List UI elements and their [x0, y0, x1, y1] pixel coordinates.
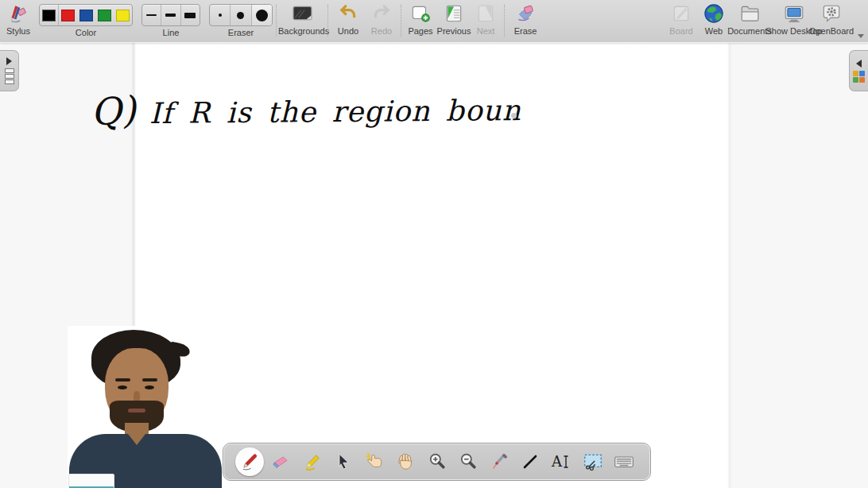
eraser-large-option[interactable] [251, 5, 272, 25]
capture-tool-button[interactable] [578, 447, 608, 477]
selector-tool-button[interactable] [328, 447, 358, 477]
backgrounds-label: Backgrounds [278, 26, 327, 36]
erase-label: Erase [507, 26, 544, 36]
redo-label: Redo [364, 26, 399, 36]
eraser-label: Eraser [209, 28, 273, 37]
openboard-menu-button[interactable]: OpenBoard [806, 2, 857, 36]
handwriting-text: If R is the region boun [149, 94, 521, 130]
laser-pointer-icon [489, 451, 510, 472]
toolbar-separator [276, 5, 277, 37]
pages-button[interactable]: Pages [403, 2, 438, 36]
board-label: Board [664, 26, 699, 36]
line-icon [521, 452, 540, 471]
color-swatch-yellow[interactable] [114, 5, 132, 25]
toolbar-separator [401, 5, 401, 37]
pages-icon [403, 2, 438, 25]
svg-text:A: A [551, 453, 563, 470]
previous-page-icon [436, 2, 472, 25]
open-hand-icon [395, 451, 416, 472]
undo-label: Undo [331, 26, 366, 36]
stylus-button[interactable]: Stylus [0, 2, 37, 36]
interact-tool-button[interactable] [359, 447, 389, 477]
pen-icon [239, 451, 260, 472]
pages-label: Pages [403, 26, 438, 36]
presenter-badge [68, 474, 114, 488]
redo-icon [364, 2, 399, 25]
library-icon [853, 71, 865, 83]
color-swatch-black[interactable] [40, 5, 58, 25]
previous-page-label: Previous [436, 26, 472, 36]
eraser-icon [270, 451, 291, 472]
toolbar-separator [504, 5, 505, 37]
undo-button[interactable]: Undo [331, 2, 366, 36]
color-swatch-red[interactable] [58, 5, 77, 25]
eraser-small-option[interactable] [210, 5, 230, 25]
openboard-label: OpenBoard [806, 26, 857, 36]
laser-pointer-tool-button[interactable] [484, 447, 514, 477]
eraser-group: Eraser [209, 2, 273, 37]
color-label: Color [39, 28, 133, 37]
board-icon [664, 2, 699, 25]
line-thick-option[interactable] [180, 5, 200, 25]
line-medium-option[interactable] [161, 5, 180, 25]
line-group: Line [141, 2, 200, 37]
undo-icon [331, 2, 366, 25]
right-drawer-tab[interactable] [849, 50, 868, 91]
color-swatch-blue[interactable] [77, 5, 95, 25]
stylus-palette-toolbar: A [223, 443, 650, 480]
previous-page-button[interactable]: Previous [436, 2, 472, 36]
zoom-out-icon [458, 451, 479, 472]
zoom-in-tool-button[interactable] [422, 447, 452, 477]
toolbar-separator [327, 5, 328, 37]
text-tool-button[interactable]: A [547, 447, 577, 477]
next-page-button[interactable]: Next [469, 2, 502, 36]
highlighter-icon [302, 451, 323, 472]
zoom-in-icon [427, 451, 448, 472]
arrow-cursor-icon [334, 452, 353, 471]
backgrounds-button[interactable]: Backgrounds [278, 2, 327, 36]
keyboard-icon [613, 451, 635, 472]
color-swatch-green[interactable] [95, 5, 114, 25]
next-page-label: Next [469, 26, 502, 36]
redo-button[interactable]: Redo [364, 2, 399, 36]
pan-tool-button[interactable] [390, 447, 420, 477]
pointing-hand-icon [364, 451, 385, 472]
eraser-tool-button[interactable] [265, 447, 296, 477]
page-right-edge [727, 43, 732, 488]
highlighter-tool-button[interactable] [297, 447, 327, 477]
expand-right-icon [6, 57, 12, 65]
backgrounds-icon [278, 2, 327, 25]
capture-icon [582, 451, 604, 472]
handwriting-question-label: Q) [89, 87, 138, 134]
virtual-keyboard-tool-button[interactable] [609, 447, 639, 477]
pen-tool-button[interactable] [234, 447, 265, 477]
left-drawer-tab[interactable] [0, 50, 19, 91]
page-navigator-icon [5, 68, 14, 84]
webcam-presenter-video [68, 326, 223, 488]
board-button[interactable]: Board [664, 2, 699, 36]
pen-cursor-dot [511, 113, 517, 118]
stylus-icon [0, 2, 37, 25]
line-thin-option[interactable] [142, 5, 161, 25]
openboard-gear-icon [806, 2, 857, 25]
top-toolbar: Stylus Color Line Eraser [0, 0, 868, 43]
zoom-out-tool-button[interactable] [453, 447, 483, 477]
erase-button[interactable]: Erase [507, 2, 544, 36]
stylus-label: Stylus [0, 26, 37, 36]
toolbar-overflow-caret[interactable] [858, 34, 864, 38]
expand-left-icon [856, 60, 862, 68]
eraser-medium-option[interactable] [230, 5, 250, 25]
line-tool-button[interactable] [515, 447, 545, 477]
color-group: Color [39, 2, 133, 37]
text-icon: A [550, 451, 574, 472]
next-page-icon [469, 2, 502, 25]
line-label: Line [141, 28, 200, 37]
erase-icon [507, 2, 544, 25]
